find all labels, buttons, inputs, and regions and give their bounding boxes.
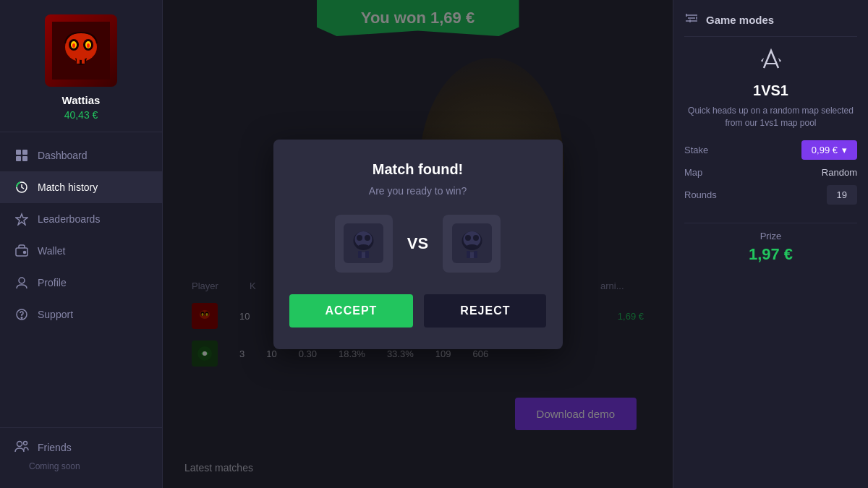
mode-description: Quick heads up on a random map selected … <box>684 105 857 129</box>
sidebar-item-dashboard[interactable]: Dashboard <box>0 140 162 171</box>
svg-point-17 <box>24 252 26 254</box>
svg-point-33 <box>357 235 362 241</box>
match-found-modal: Match found! Are you ready to win? <box>273 140 563 349</box>
svg-rect-47 <box>474 251 477 258</box>
profile-label: Profile <box>38 277 67 288</box>
svg-point-22 <box>24 442 27 445</box>
modal-subtitle: Are you ready to win? <box>302 185 534 197</box>
svg-rect-38 <box>365 251 369 258</box>
chevron-down-icon: ▾ <box>842 145 847 155</box>
game-mode-section: 1VS1 Quick heads up on a random map sele… <box>684 48 857 129</box>
sidebar-footer: Friends Coming soon <box>0 427 162 488</box>
svg-point-42 <box>465 235 471 241</box>
svg-point-20 <box>21 317 22 319</box>
rounds-label: Rounds <box>684 189 717 200</box>
coming-soon: Coming soon <box>14 455 148 477</box>
right-panel: Game modes 1VS1 Quick heads up on a rand… <box>673 0 868 488</box>
leaderboards-label: Leaderboards <box>38 213 100 225</box>
sidebar-item-friends[interactable]: Friends <box>14 439 148 455</box>
main-content: You won 1,69 € Player K arni... 10 1,69 … <box>163 0 673 488</box>
rounds-row: Rounds 19 <box>684 185 857 205</box>
svg-marker-15 <box>16 214 27 225</box>
modal-vs-label: VS <box>407 234 428 253</box>
svg-rect-9 <box>82 58 85 64</box>
dashboard-label: Dashboard <box>38 150 88 161</box>
balance: 40,43 € <box>64 109 98 121</box>
panel-header: Game modes <box>684 11 857 37</box>
svg-point-18 <box>19 278 25 283</box>
stake-value[interactable]: 0,99 € ▾ <box>801 140 857 160</box>
accept-button[interactable]: ACCEPT <box>289 294 414 328</box>
mode-title: 1VS1 <box>684 82 857 99</box>
sidebar-nav: Dashboard Match history Leaderboards Wal… <box>0 132 162 427</box>
avatar-image <box>45 14 117 87</box>
modal-overlay: Match found! Are you ready to win? <box>163 0 673 488</box>
svg-point-6 <box>72 43 75 48</box>
friends-icon <box>14 439 29 455</box>
stake-row: Stake 0,99 € ▾ <box>684 140 857 160</box>
game-modes-icon <box>684 11 699 29</box>
reject-button[interactable]: REJECT <box>424 294 546 328</box>
map-value: Random <box>822 167 857 178</box>
svg-point-7 <box>87 43 90 48</box>
svg-point-43 <box>473 235 479 241</box>
svg-rect-12 <box>16 156 21 161</box>
prize-amount: 1,97 € <box>692 245 850 264</box>
svg-point-35 <box>358 244 370 249</box>
sidebar-item-match-history[interactable]: Match history <box>0 171 162 203</box>
profile-section: Wattias 40,43 € <box>0 0 162 132</box>
svg-point-21 <box>17 442 22 447</box>
support-icon <box>14 307 29 322</box>
match-history-label: Match history <box>38 181 98 193</box>
mode-icon <box>684 48 857 79</box>
wallet-label: Wallet <box>38 245 65 257</box>
avatar <box>45 14 117 87</box>
settings-rows: Stake 0,99 € ▾ Map Random Rounds 19 <box>684 140 857 212</box>
modal-player2-avatar <box>443 215 501 273</box>
leaderboards-icon <box>14 212 29 226</box>
svg-rect-8 <box>77 58 80 64</box>
modal-buttons: ACCEPT REJECT <box>302 294 534 328</box>
modal-title: Match found! <box>302 161 534 178</box>
match-history-icon <box>14 180 29 194</box>
svg-rect-37 <box>358 251 362 258</box>
svg-rect-11 <box>22 150 27 155</box>
wallet-icon <box>14 244 29 258</box>
svg-rect-46 <box>467 251 470 258</box>
friends-label: Friends <box>38 442 72 453</box>
modal-player1-avatar <box>335 215 393 273</box>
svg-point-34 <box>365 235 370 241</box>
rounds-value: 19 <box>827 185 857 205</box>
sidebar: Wattias 40,43 € Dashboard Match history … <box>0 0 163 488</box>
panel-title: Game modes <box>706 14 774 26</box>
map-label: Map <box>684 167 702 178</box>
stake-label: Stake <box>684 145 708 155</box>
modal-players: VS <box>302 215 534 273</box>
support-label: Support <box>38 309 73 320</box>
sidebar-item-wallet[interactable]: Wallet <box>0 235 162 267</box>
svg-point-44 <box>466 244 477 249</box>
svg-rect-13 <box>22 156 27 161</box>
prize-section: Prize 1,97 € <box>684 223 857 271</box>
dashboard-icon <box>14 148 29 163</box>
profile-icon <box>14 275 29 290</box>
prize-label: Prize <box>692 231 850 241</box>
username: Wattias <box>62 94 101 106</box>
sidebar-item-profile[interactable]: Profile <box>0 267 162 299</box>
sidebar-item-leaderboards[interactable]: Leaderboards <box>0 203 162 235</box>
map-row: Map Random <box>684 167 857 178</box>
svg-rect-10 <box>16 150 21 155</box>
sidebar-item-support[interactable]: Support <box>0 299 162 330</box>
